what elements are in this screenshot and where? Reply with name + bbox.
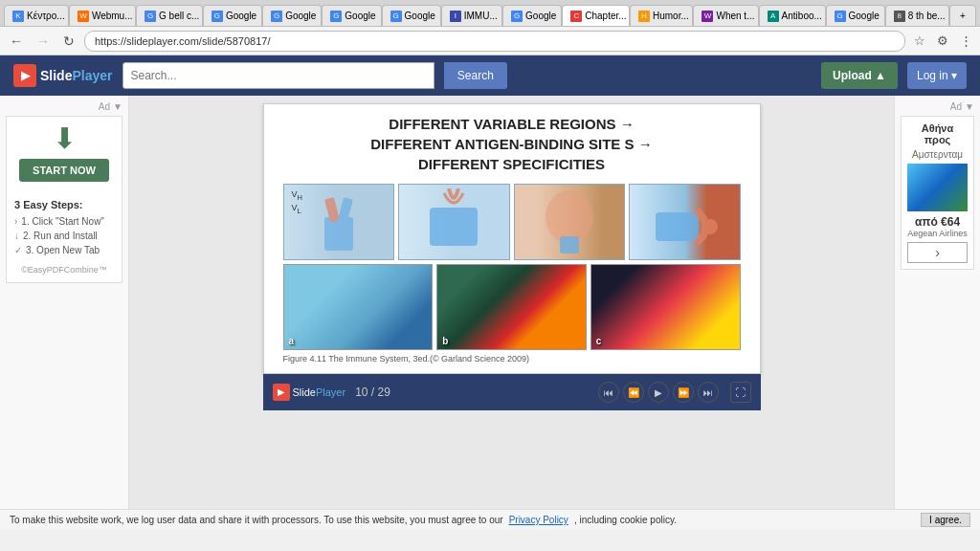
svg-rect-6 [656,212,699,241]
login-button[interactable]: Log in ▾ [907,62,967,89]
tab-7[interactable]: GGoogle× [382,5,441,26]
player-controls: ⏮ ⏪ ▶ ⏩ ⏭ [598,382,719,403]
left-ad-content: ⬇ START NOW 3 Easy Steps: › 1. Click "St… [6,116,122,283]
sp-logo-icon: ▶ [13,64,36,87]
browser-tabs-bar: KΚέντρο...× WWebmu...× GG bell c...× GGo… [0,0,980,27]
slide-container: DIFFERENT VARIABLE REGIONS → DIFFERENT A… [263,103,761,374]
bottom-bar: To make this website work, we log user d… [0,509,980,530]
forward-button[interactable]: → [33,32,54,51]
search-button[interactable]: Search [444,62,507,89]
slide-img-c: c [590,264,741,350]
left-ad-label: Ad ▼ [6,101,122,112]
tab-11[interactable]: HHumor...× [630,5,693,26]
player-logo[interactable]: ▶ SlidePlayer [273,384,346,401]
menu-icon[interactable]: ⋮ [957,33,974,50]
right-ad-settings-icon[interactable]: ▼ [965,101,974,112]
sp-logo-text: SlidePlayer [40,68,113,83]
step-1-icon: › [14,216,17,227]
step-1: › 1. Click "Start Now" [14,216,114,227]
next-button[interactable]: ⏩ [673,382,694,403]
bookmark-icon[interactable]: ☆ [911,33,928,50]
step-3-icon: ✓ [14,245,22,255]
player-bar: ▶ SlidePlayer 10 / 29 ⏮ ⏪ ▶ ⏩ ⏭ ⛶ [263,374,761,410]
new-tab-button[interactable]: + [949,5,976,26]
skip-start-button[interactable]: ⏮ [598,382,619,403]
skip-end-button[interactable]: ⏭ [698,382,719,403]
tab-10[interactable]: CChapter...× [562,5,630,26]
promo-text1: Αθήνα προς [907,122,968,145]
sp-logo[interactable]: ▶ SlidePlayer [13,64,113,87]
img-c-label: c [596,336,602,346]
upload-button[interactable]: Upload ▲ [821,62,898,89]
ad-next-button[interactable]: › [907,242,968,263]
download-arrow-icon: ⬇ [14,124,114,153]
slide-title: DIFFERENT VARIABLE REGIONS → DIFFERENT A… [283,114,741,174]
slideplayer-header: ▶ SlidePlayer Search Upload ▲ Log in ▾ [0,55,980,96]
tab-6[interactable]: GGoogle× [322,5,381,26]
tab-2[interactable]: WWebmu...× [69,5,136,26]
easy-pdf-branding: ©EasyPDFCombine™ [14,265,114,275]
slide-img-2 [398,184,510,260]
tab-1[interactable]: KΚέντρο...× [4,5,69,26]
slide-number: 10 / 29 [355,386,390,399]
tab-15[interactable]: 88 th be...× [885,5,949,26]
easy-steps-title: 3 Easy Steps: [14,199,114,210]
fullscreen-button[interactable]: ⛶ [730,382,751,403]
player-logo-icon: ▶ [273,384,290,401]
search-input[interactable] [122,62,434,89]
ad-price: από €64 [907,215,968,229]
address-text: https://slideplayer.com/slide/5870817/ [95,35,270,47]
play-button[interactable]: ▶ [648,382,669,403]
prev-button[interactable]: ⏪ [623,382,644,403]
ad-settings-icon[interactable]: ▼ [113,101,122,112]
slide-title-line3: DIFFERENT SPECIFICITIES [283,154,741,174]
right-ad-content: Αθήνα προς Αμστερνταμ από €64 Aegean Air… [901,116,974,270]
nav-bar: ← → ↻ https://slideplayer.com/slide/5870… [0,27,980,55]
privacy-policy-link[interactable]: Privacy Policy [509,515,568,525]
slide-img-4 [629,184,741,260]
slide-img-a: a [283,264,434,350]
agree-button[interactable]: I agree. [921,513,970,527]
ad-airline: Aegean Airlines [907,229,968,238]
slide-images-row2: a b c [283,264,741,350]
tab-12[interactable]: WWhen t...× [693,5,758,26]
slide-img-3 [514,184,626,260]
player-logo-text: SlidePlayer [293,386,346,398]
img-b-label: b [442,336,448,346]
slide-body: DIFFERENT VARIABLE REGIONS → DIFFERENT A… [264,104,760,373]
extensions-icon[interactable]: ⚙ [934,33,951,50]
tab-8[interactable]: IIMMU...× [441,5,502,26]
promo-text2: Αμστερνταμ [907,149,968,160]
right-ad-label: Ad ▼ [901,101,974,112]
right-sidebar: Ad ▼ Αθήνα προς Αμστερνταμ από €64 Aegea… [894,96,980,509]
tab-4[interactable]: GGoogle× [203,5,262,26]
page-content: Ad ▼ ⬇ START NOW 3 Easy Steps: › 1. Clic… [0,96,980,509]
svg-point-4 [546,190,593,244]
easy-steps-section: 3 Easy Steps: › 1. Click "Start Now" ↓ 2… [14,199,114,255]
tab-14[interactable]: GGoogle× [826,5,885,26]
reload-button[interactable]: ↻ [59,32,78,51]
main-content: DIFFERENT VARIABLE REGIONS → DIFFERENT A… [129,96,894,509]
svg-rect-0 [324,217,353,251]
tab-13[interactable]: AAntiboo...× [759,5,826,26]
svg-rect-5 [560,236,579,253]
svg-point-7 [702,219,718,234]
ad-image [907,164,968,211]
tab-5[interactable]: GGoogle× [262,5,322,26]
step-2: ↓ 2. Run and Install [14,231,114,241]
slide-img-b: b [436,264,587,350]
slide-title-line1: DIFFERENT VARIABLE REGIONS → [283,114,741,134]
tab-9[interactable]: GGoogle× [502,5,562,26]
address-bar[interactable]: https://slideplayer.com/slide/5870817/ [84,31,905,52]
slide-images-row1: VHVL [283,184,741,260]
img-a-label: a [289,336,295,346]
bottom-text-after: , including cookie policy. [574,515,677,525]
back-button[interactable]: ← [6,32,27,51]
left-sidebar: Ad ▼ ⬇ START NOW 3 Easy Steps: › 1. Clic… [0,96,129,509]
tab-3[interactable]: GG bell c...× [136,5,203,26]
bottom-text: To make this website work, we log user d… [10,515,503,525]
slide-caption: Figure 4.11 The Immune System, 3ed.(© Ga… [283,354,741,364]
svg-rect-3 [430,208,478,246]
slide-container-wrap: DIFFERENT VARIABLE REGIONS → DIFFERENT A… [263,103,761,410]
start-now-button[interactable]: START NOW [19,159,109,182]
